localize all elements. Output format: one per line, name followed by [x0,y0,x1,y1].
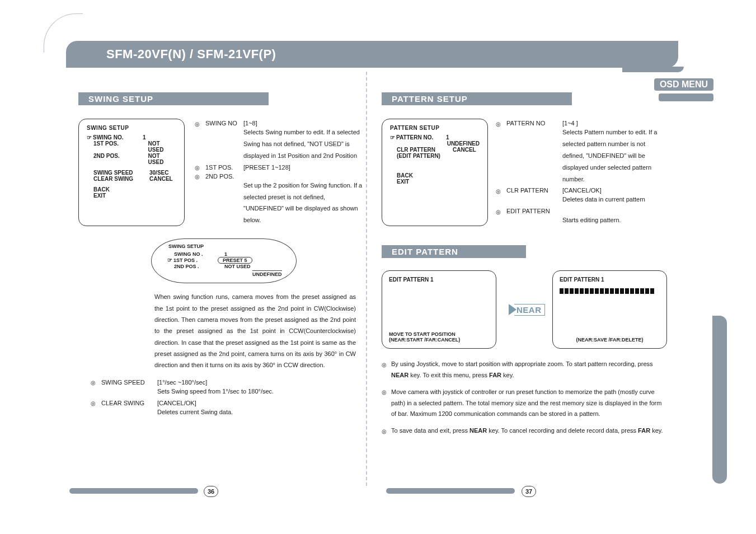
edit-foot: (NEAR:SAVE /FAR:DELETE) [560,337,660,343]
edit-panel-right: EDIT PATTERN 1 (NEAR:SAVE /FAR:DELETE) [552,270,667,349]
section-title-edit: EDIT PATTERN [382,245,526,258]
left-column: SWING SETUP SWING SETUP SWING NO.11ST PO… [78,92,364,418]
header-bar: SFM-20VF(N) / SFM-21VF(P) [66,41,678,68]
swing-paragraph: When swing function runs, camera moves f… [154,291,356,371]
bullet-icon [496,120,501,185]
spec-key: EDIT PATTERN [506,208,562,214]
page-bar-left [69,488,198,494]
callout-undefined: UNDEFINED [252,270,282,277]
bullet-icon [195,173,200,227]
header-title: SFM-20VF(N) / SFM-21VF(P) [66,41,678,62]
menu-key: (EDIT PATTERN) [397,153,453,159]
spec-desc: Selects Swing number to edit. If a selec… [243,127,364,162]
bullet-icon [91,379,96,397]
spec-range: [CANCEL/OK] [562,187,602,194]
menu-title: PATTERN SETUP [390,125,480,131]
section-title-swing: SWING SETUP [78,92,269,105]
spec-desc: Selects Pattern number to edit. If a sel… [562,127,667,185]
spec-desc: Deletes data in current pattern [562,194,667,205]
edit-pattern-notes: By using Joystick, move to start positio… [382,359,667,437]
bullet-icon [382,387,387,420]
bullet-icon [195,164,200,171]
spec-range: [1~8] [243,120,257,127]
progress-bar [560,288,660,294]
swing-setup-menu: SWING SETUP SWING NO.11ST POS.NOT USED2N… [78,119,185,226]
menu-value: CANCEL [149,176,173,182]
right-tab-shape [712,316,727,484]
menu-key: SWING NO. [87,134,143,140]
menu-value: CANCEL [453,147,476,153]
note-text: Move camera with joystick of controller … [391,387,667,420]
edit-foot-1: MOVE TO START POSITION [389,331,489,337]
bullet-icon [382,359,387,381]
callout-key: 2ND POS . [174,264,224,269]
edit-foot-2: (NEAR:START /FAR:CANCEL) [389,337,489,343]
menu-value: 1 [446,134,449,140]
callout-title: SWING SETUP [168,243,285,249]
callout-key: SWING NO . [174,251,224,257]
spec-key: 2ND POS. [205,173,243,180]
callout-bubble: SWING SETUP SWING NO .11ST POS .PRESET 5… [151,238,297,283]
page-bar-right [386,488,515,494]
callout-value: 1 [224,251,227,257]
bullet-icon [91,400,96,418]
menu-value: UNDEFINED [447,140,480,147]
menu-rows: SWING NO.11ST POS.NOT USED2ND POS.NOT US… [87,134,176,199]
spec-desc: Sets Swing speed from 1°/sec to 180°/sec… [157,386,364,397]
spec-key: SWING NO [205,120,243,127]
edit-panel-left: EDIT PATTERN 1 MOVE TO START POSITION (N… [382,270,496,349]
bullet-icon [382,425,387,437]
spec-desc: Set up the 2 position for Swing function… [243,180,364,227]
near-arrow: NEAR [509,301,540,318]
edit-panel-title: EDIT PATTERN 1 [560,277,660,283]
spec-key: 1ST POS. [205,164,243,171]
menu-key: EXIT [93,193,149,199]
note-text: By using Joystick, move to start positio… [391,359,667,381]
menu-key: SWING SPEED [93,170,149,176]
menu-key: BACK [93,186,149,193]
page-number-left: 36 [204,486,218,497]
pattern-spec-list: PATTERN NO[1~4 ]Selects Pattern number t… [496,118,667,226]
page-number-right: 37 [522,486,536,497]
spec-range: [PRESET 1~128] [243,164,290,171]
menu-title: SWING SETUP [87,125,176,131]
menu-value: 1 [143,134,146,140]
menu-key: BACK [397,172,453,179]
menu-key: EXIT [397,179,453,185]
spec-range: [1°/sec ~180°/sec] [157,379,207,386]
menu-key: CLR PATTERN [397,147,453,153]
spec-range: [CANCEL/OK] [157,400,196,406]
menu-key: 1ST POS. [93,140,148,153]
menu-value: NOT USED [148,153,176,165]
swing-spec-list-b: SWING SPEED[1°/sec ~180°/sec]Sets Swing … [91,379,364,418]
edit-panel-title: EDIT PATTERN 1 [389,277,489,283]
spec-desc: Deletes current Swing data. [157,406,364,418]
pattern-setup-menu: PATTERN SETUP PATTERN NO.1UNDEFINEDCLR P… [382,119,488,226]
spec-key: CLEAR SWING [101,400,157,406]
osd-menu-label: OSD MENU [654,78,713,91]
menu-value: NOT USED [148,140,176,153]
callout-value: PRESET 5 [218,257,252,264]
menu-key: 2ND POS. [93,153,148,165]
swing-spec-list: SWING NO[1~8]Selects Swing number to edi… [195,118,364,226]
bullet-icon [496,187,501,205]
menu-key: CLEAR SWING [93,176,149,182]
spec-range: [1~4 ] [562,120,578,127]
menu-value: 30/SEC [149,170,168,176]
right-column: PATTERN SETUP PATTERN SETUP PATTERN NO.1… [382,92,667,437]
callout-value: NOT USED [224,264,251,269]
bullet-icon [195,120,200,162]
spec-key: CLR PATTERN [506,187,562,194]
page-divider [366,72,367,486]
section-title-pattern: PATTERN SETUP [382,92,572,105]
note-text: To save data and exit, press NEAR key. T… [391,425,663,437]
callout-key: 1ST POS . [167,257,218,264]
menu-key [397,140,447,147]
spec-desc: Starts editing pattern. [562,214,667,226]
spec-key: SWING SPEED [101,379,157,386]
bullet-icon [496,208,501,226]
spec-key: PATTERN NO [506,120,562,127]
menu-key: PATTERN NO. [390,134,446,140]
edit-pattern-panels: EDIT PATTERN 1 MOVE TO START POSITION (N… [382,270,667,349]
